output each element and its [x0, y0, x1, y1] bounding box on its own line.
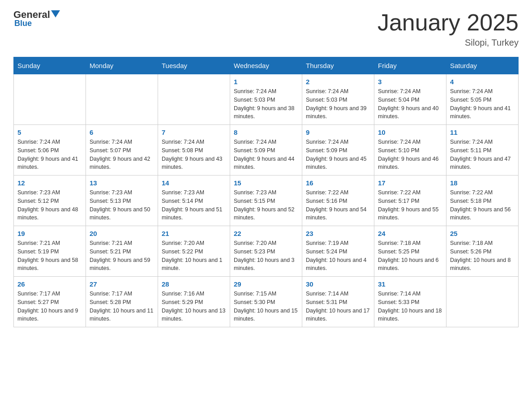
- day-info: Sunrise: 7:22 AM Sunset: 5:16 PM Dayligh…: [306, 188, 370, 222]
- day-number: 17: [378, 179, 442, 187]
- calendar-cell: 30Sunrise: 7:14 AM Sunset: 5:31 PM Dayli…: [302, 277, 374, 327]
- day-info: Sunrise: 7:18 AM Sunset: 5:26 PM Dayligh…: [450, 239, 515, 273]
- day-number: 28: [162, 280, 226, 288]
- day-number: 14: [162, 179, 226, 187]
- day-number: 20: [90, 230, 154, 237]
- calendar-cell: 23Sunrise: 7:19 AM Sunset: 5:24 PM Dayli…: [302, 226, 374, 277]
- day-info: Sunrise: 7:16 AM Sunset: 5:29 PM Dayligh…: [162, 290, 226, 323]
- weekday-header-tuesday: Tuesday: [158, 57, 230, 74]
- day-info: Sunrise: 7:24 AM Sunset: 5:07 PM Dayligh…: [90, 138, 154, 171]
- calendar-cell: 26Sunrise: 7:17 AM Sunset: 5:27 PM Dayli…: [14, 277, 86, 327]
- day-info: Sunrise: 7:24 AM Sunset: 5:06 PM Dayligh…: [17, 138, 82, 171]
- day-info: Sunrise: 7:24 AM Sunset: 5:04 PM Dayligh…: [378, 87, 442, 121]
- calendar-cell: 28Sunrise: 7:16 AM Sunset: 5:29 PM Dayli…: [158, 277, 230, 327]
- day-number: 9: [306, 128, 370, 136]
- day-info: Sunrise: 7:17 AM Sunset: 5:27 PM Dayligh…: [17, 290, 82, 323]
- day-info: Sunrise: 7:23 AM Sunset: 5:15 PM Dayligh…: [234, 188, 298, 222]
- day-number: 27: [90, 280, 154, 288]
- calendar-cell: 27Sunrise: 7:17 AM Sunset: 5:28 PM Dayli…: [86, 277, 158, 327]
- day-number: 7: [162, 128, 226, 136]
- logo-blue-text: Blue: [14, 19, 32, 28]
- day-number: 1: [234, 78, 298, 86]
- day-number: 8: [234, 128, 298, 136]
- day-info: Sunrise: 7:19 AM Sunset: 5:24 PM Dayligh…: [306, 239, 370, 273]
- calendar-table: SundayMondayTuesdayWednesdayThursdayFrid…: [13, 57, 519, 327]
- day-number: 21: [162, 230, 226, 237]
- calendar-cell: 18Sunrise: 7:22 AM Sunset: 5:18 PM Dayli…: [446, 176, 519, 226]
- calendar-subtitle: Silopi, Turkey: [378, 38, 519, 48]
- logo-triangle-icon: [51, 10, 60, 17]
- weekday-header-sunday: Sunday: [14, 57, 86, 74]
- calendar-cell: 19Sunrise: 7:21 AM Sunset: 5:19 PM Dayli…: [14, 226, 86, 277]
- calendar-week-3: 12Sunrise: 7:23 AM Sunset: 5:12 PM Dayli…: [14, 176, 519, 226]
- day-info: Sunrise: 7:24 AM Sunset: 5:10 PM Dayligh…: [378, 138, 442, 171]
- day-info: Sunrise: 7:22 AM Sunset: 5:17 PM Dayligh…: [378, 188, 442, 222]
- weekday-header-wednesday: Wednesday: [230, 57, 302, 74]
- day-number: 3: [378, 78, 442, 86]
- calendar-cell: 29Sunrise: 7:15 AM Sunset: 5:30 PM Dayli…: [230, 277, 302, 327]
- day-number: 4: [450, 78, 515, 86]
- day-number: 15: [234, 179, 298, 187]
- calendar-cell: 2Sunrise: 7:24 AM Sunset: 5:03 PM Daylig…: [302, 74, 374, 125]
- day-info: Sunrise: 7:14 AM Sunset: 5:33 PM Dayligh…: [378, 290, 442, 323]
- calendar-cell: 8Sunrise: 7:24 AM Sunset: 5:09 PM Daylig…: [230, 125, 302, 176]
- calendar-title: January 2025: [378, 9, 519, 36]
- weekday-header-saturday: Saturday: [446, 57, 519, 74]
- calendar-cell: 21Sunrise: 7:20 AM Sunset: 5:22 PM Dayli…: [158, 226, 230, 277]
- calendar-cell: 24Sunrise: 7:18 AM Sunset: 5:25 PM Dayli…: [374, 226, 446, 277]
- day-info: Sunrise: 7:23 AM Sunset: 5:14 PM Dayligh…: [162, 188, 226, 222]
- calendar-cell: 15Sunrise: 7:23 AM Sunset: 5:15 PM Dayli…: [230, 176, 302, 226]
- day-info: Sunrise: 7:23 AM Sunset: 5:12 PM Dayligh…: [17, 188, 82, 222]
- weekday-header-thursday: Thursday: [302, 57, 374, 74]
- day-info: Sunrise: 7:18 AM Sunset: 5:25 PM Dayligh…: [378, 239, 442, 273]
- calendar-cell: 1Sunrise: 7:24 AM Sunset: 5:03 PM Daylig…: [230, 74, 302, 125]
- calendar-week-2: 5Sunrise: 7:24 AM Sunset: 5:06 PM Daylig…: [14, 125, 519, 176]
- day-info: Sunrise: 7:20 AM Sunset: 5:23 PM Dayligh…: [234, 239, 298, 273]
- day-number: 16: [306, 179, 370, 187]
- weekday-header-monday: Monday: [86, 57, 158, 74]
- day-number: 5: [17, 128, 82, 136]
- calendar-cell: 20Sunrise: 7:21 AM Sunset: 5:21 PM Dayli…: [86, 226, 158, 277]
- day-info: Sunrise: 7:15 AM Sunset: 5:30 PM Dayligh…: [234, 290, 298, 323]
- day-number: 31: [378, 280, 442, 288]
- calendar-cell: 12Sunrise: 7:23 AM Sunset: 5:12 PM Dayli…: [14, 176, 86, 226]
- day-info: Sunrise: 7:21 AM Sunset: 5:19 PM Dayligh…: [17, 239, 82, 273]
- day-info: Sunrise: 7:20 AM Sunset: 5:22 PM Dayligh…: [162, 239, 226, 273]
- day-info: Sunrise: 7:24 AM Sunset: 5:05 PM Dayligh…: [450, 87, 515, 121]
- calendar-cell: 16Sunrise: 7:22 AM Sunset: 5:16 PM Dayli…: [302, 176, 374, 226]
- day-info: Sunrise: 7:24 AM Sunset: 5:09 PM Dayligh…: [234, 138, 298, 171]
- day-info: Sunrise: 7:24 AM Sunset: 5:09 PM Dayligh…: [306, 138, 370, 171]
- day-number: 30: [306, 280, 370, 288]
- calendar-cell: 17Sunrise: 7:22 AM Sunset: 5:17 PM Dayli…: [374, 176, 446, 226]
- calendar-week-4: 19Sunrise: 7:21 AM Sunset: 5:19 PM Dayli…: [14, 226, 519, 277]
- day-number: 29: [234, 280, 298, 288]
- day-info: Sunrise: 7:14 AM Sunset: 5:31 PM Dayligh…: [306, 290, 370, 323]
- day-number: 25: [450, 230, 515, 237]
- calendar-cell: 6Sunrise: 7:24 AM Sunset: 5:07 PM Daylig…: [86, 125, 158, 176]
- title-block: January 2025 Silopi, Turkey: [378, 9, 519, 48]
- day-info: Sunrise: 7:23 AM Sunset: 5:13 PM Dayligh…: [90, 188, 154, 222]
- day-number: 18: [450, 179, 515, 187]
- calendar-week-5: 26Sunrise: 7:17 AM Sunset: 5:27 PM Dayli…: [14, 277, 519, 327]
- weekday-header-row: SundayMondayTuesdayWednesdayThursdayFrid…: [14, 57, 519, 74]
- calendar-cell: 22Sunrise: 7:20 AM Sunset: 5:23 PM Dayli…: [230, 226, 302, 277]
- day-info: Sunrise: 7:17 AM Sunset: 5:28 PM Dayligh…: [90, 290, 154, 323]
- logo: General Blue: [13, 9, 60, 28]
- day-info: Sunrise: 7:24 AM Sunset: 5:11 PM Dayligh…: [450, 138, 515, 171]
- day-number: 26: [17, 280, 82, 288]
- day-number: 10: [378, 128, 442, 136]
- calendar-cell: 31Sunrise: 7:14 AM Sunset: 5:33 PM Dayli…: [374, 277, 446, 327]
- day-number: 19: [17, 230, 82, 237]
- day-info: Sunrise: 7:24 AM Sunset: 5:03 PM Dayligh…: [234, 87, 298, 121]
- calendar-cell: [158, 74, 230, 125]
- calendar-cell: [14, 74, 86, 125]
- page-header: General Blue January 2025 Silopi, Turkey: [13, 9, 519, 48]
- day-number: 2: [306, 78, 370, 86]
- calendar-week-1: 1Sunrise: 7:24 AM Sunset: 5:03 PM Daylig…: [14, 74, 519, 125]
- calendar-cell: 14Sunrise: 7:23 AM Sunset: 5:14 PM Dayli…: [158, 176, 230, 226]
- calendar-cell: 25Sunrise: 7:18 AM Sunset: 5:26 PM Dayli…: [446, 226, 519, 277]
- day-number: 13: [90, 179, 154, 187]
- calendar-cell: [446, 277, 519, 327]
- calendar-cell: 9Sunrise: 7:24 AM Sunset: 5:09 PM Daylig…: [302, 125, 374, 176]
- weekday-header-friday: Friday: [374, 57, 446, 74]
